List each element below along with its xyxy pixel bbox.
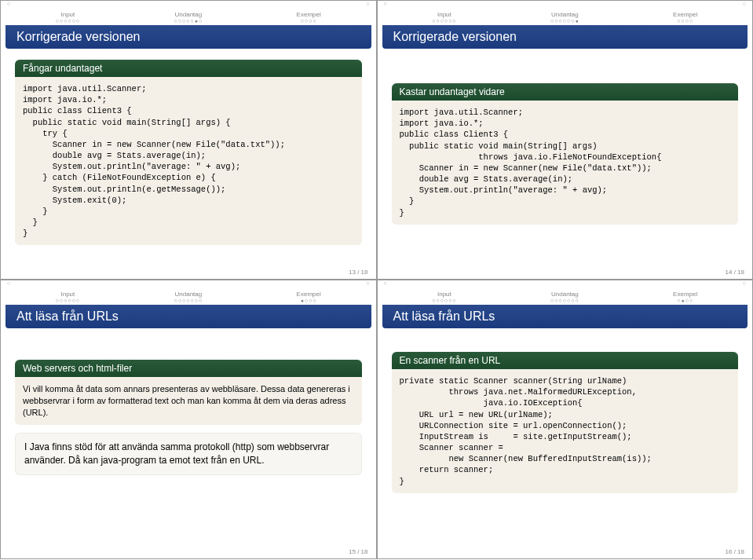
code-block: private static Scanner scanner(String ur… — [392, 369, 739, 493]
nav-exempel: Exempel — [297, 291, 321, 298]
nav-undantag: Undantag — [550, 291, 579, 298]
code-block: import java.util.Scanner; import java.io… — [15, 77, 362, 245]
code-box: Kastar undantaget vidare import java.uti… — [392, 83, 739, 225]
text-box: Web servers och html-filer Vi vill komma… — [15, 360, 362, 425]
nav-input: Input — [56, 11, 80, 18]
slide-16: ○○ Input○○○○○○ Undantag○○○○○○○ Exempel○●… — [377, 280, 754, 559]
code-box: En scanner från en URL private static Sc… — [392, 352, 739, 493]
code-block: import java.util.Scanner; import java.io… — [392, 101, 739, 225]
navbar: Input○○○○○○ Undantag○○○○○○● Exempel○○○○ — [378, 8, 753, 25]
nav-input: Input — [432, 291, 456, 298]
paragraph: I Java finns stöd för att använda samma … — [15, 433, 362, 476]
code-box: Fångar undantaget import java.util.Scann… — [15, 60, 362, 245]
nav-exempel: Exempel — [673, 11, 697, 18]
slide-14: ○○ Input○○○○○○ Undantag○○○○○○● Exempel○○… — [377, 0, 754, 280]
nav-undantag: Undantag — [550, 11, 579, 18]
box-header: Fångar undantaget — [15, 60, 362, 77]
navbar: Input○○○○○○ Undantag○○○○○○○ Exempel○●○○ — [378, 287, 753, 305]
nav-circles: ○○ — [1, 1, 376, 8]
slide-title: Korrigerade versionen — [382, 25, 748, 49]
slide-title: Att läsa från URLs — [5, 305, 371, 328]
nav-input: Input — [56, 291, 80, 298]
slide-title: Att läsa från URLs — [382, 305, 748, 328]
nav-undantag: Undantag — [174, 11, 203, 18]
slide-title: Korrigerade versionen — [5, 25, 371, 49]
nav-undantag: Undantag — [174, 291, 203, 298]
nav-exempel: Exempel — [297, 11, 321, 18]
page-number: 13 / 18 — [1, 267, 376, 279]
slide-15: ○○ Input○○○○○○ Undantag○○○○○○○ Exempel●○… — [0, 280, 377, 559]
page-number: 15 / 18 — [1, 547, 376, 558]
box-header: Web servers och html-filer — [15, 360, 362, 377]
navbar: Input○○○○○○ Undantag○○○○○○○ Exempel●○○○ — [1, 287, 376, 305]
box-header: En scanner från en URL — [392, 352, 739, 369]
navbar: Input○○○○○○ Undantag○○○○○●○ Exempel○○○○ — [1, 8, 376, 25]
nav-circles: ○○ — [378, 1, 753, 8]
nav-input: Input — [432, 11, 456, 18]
nav-exempel: Exempel — [673, 291, 697, 298]
nav-circles: ○○ — [1, 280, 376, 287]
slide-13: ○○ Input○○○○○○ Undantag○○○○○●○ Exempel○○… — [0, 0, 377, 280]
nav-circles: ○○ — [378, 280, 753, 287]
box-header: Kastar undantaget vidare — [392, 83, 739, 101]
box-text: Vi vill komma åt data som annars present… — [15, 377, 362, 425]
page-number: 16 / 18 — [378, 547, 753, 558]
page-number: 14 / 18 — [378, 267, 753, 279]
